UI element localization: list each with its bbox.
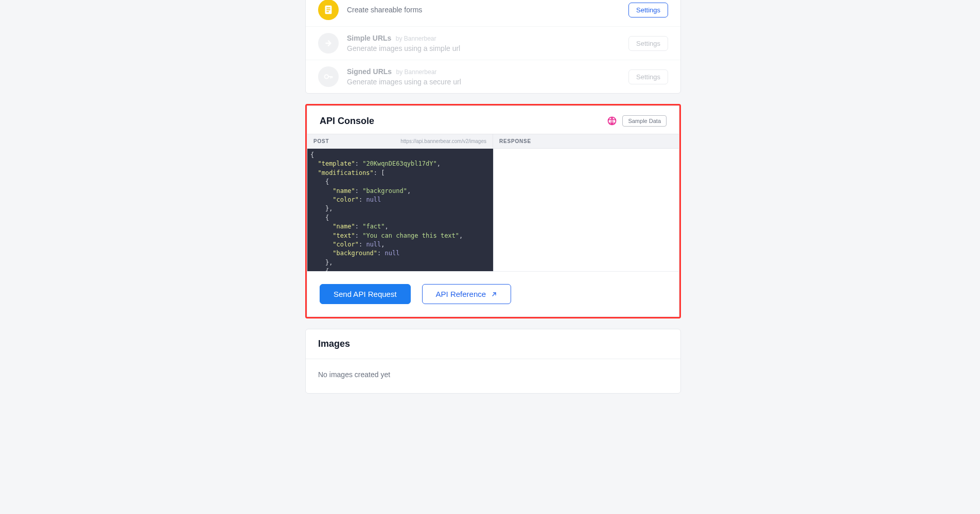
integration-title: Simple URLs	[347, 34, 391, 42]
integration-subtitle: Create shareable forms	[347, 6, 620, 15]
api-post-header: POST https://api.bannerbear.com/v2/image…	[307, 134, 493, 148]
sample-data-button[interactable]: Sample Data	[622, 115, 667, 127]
integrations-list: Create shareable forms Settings Simple U…	[305, 0, 681, 94]
images-empty-text: No images created yet	[306, 359, 680, 393]
api-reference-label: API Reference	[436, 290, 486, 298]
images-card: Images No images created yet	[305, 329, 681, 394]
api-response-body	[493, 149, 679, 271]
api-console-title: API Console	[320, 116, 374, 127]
external-link-icon	[491, 291, 497, 297]
integration-by: by Bannerbear	[396, 35, 436, 42]
api-reference-button[interactable]: API Reference	[422, 284, 512, 304]
settings-button[interactable]: Settings	[628, 69, 668, 84]
integration-subtitle: Generate images using a secure url	[347, 78, 620, 87]
arrow-right-icon	[318, 33, 339, 54]
api-console-highlight: API Console Sample Data	[305, 104, 681, 318]
bannerbear-logo-icon	[607, 116, 617, 126]
integration-by: by Bannerbear	[396, 68, 437, 76]
integration-title: Signed URLs	[347, 67, 392, 76]
svg-point-6	[325, 75, 328, 78]
api-endpoint: https://api.bannerbear.com/v2/images	[400, 138, 486, 144]
api-console-card: API Console Sample Data	[307, 105, 679, 317]
api-request-body[interactable]: { "template": "20KwqnDE63qybl17dY", "mod…	[307, 149, 493, 271]
send-api-request-button[interactable]: Send API Request	[320, 284, 411, 304]
api-panes-header: POST https://api.bannerbear.com/v2/image…	[307, 134, 679, 149]
api-response-header: RESPONSE	[493, 134, 679, 148]
settings-button[interactable]: Settings	[628, 3, 668, 17]
integration-row-signed-urls: Signed URLs by Bannerbear Generate image…	[306, 60, 680, 93]
settings-button[interactable]: Settings	[628, 36, 668, 51]
integration-subtitle: Generate images using a simple url	[347, 44, 620, 54]
post-label: POST	[313, 138, 329, 144]
key-icon	[318, 66, 339, 87]
svg-line-11	[493, 293, 496, 296]
form-icon	[318, 0, 339, 20]
images-title: Images	[306, 329, 680, 359]
integration-row-forms: Create shareable forms Settings	[306, 0, 680, 26]
response-label: RESPONSE	[499, 138, 531, 144]
integration-row-simple-urls: Simple URLs by Bannerbear Generate image…	[306, 26, 680, 60]
